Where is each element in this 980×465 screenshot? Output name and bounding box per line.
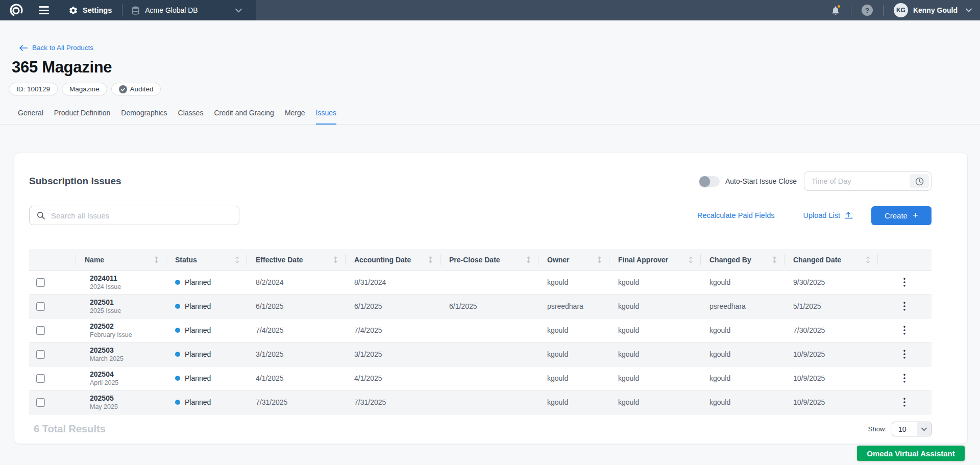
row-checkbox[interactable] <box>36 326 45 335</box>
tab-issues[interactable]: Issues <box>316 109 336 125</box>
column-header-accounting-date[interactable]: Accounting Date <box>345 249 440 270</box>
row-checkbox[interactable] <box>36 398 45 407</box>
hamburger-menu-icon[interactable] <box>39 6 49 14</box>
table-row: 20240112024 IssuePlanned8/2/20248/31/202… <box>29 271 932 295</box>
column-header-owner[interactable]: Owner <box>538 249 609 270</box>
search-input[interactable] <box>29 206 239 225</box>
clock-icon[interactable] <box>910 174 929 188</box>
tab-general[interactable]: General <box>18 109 43 124</box>
column-header-name[interactable]: Name <box>76 249 166 270</box>
topbar-divider <box>883 5 884 16</box>
column-header-status[interactable]: Status <box>166 249 247 270</box>
issue-subtitle: February issue <box>90 331 132 338</box>
row-checkbox[interactable] <box>36 278 45 287</box>
accounting-date-cell: 7/31/2025 <box>345 390 440 414</box>
user-menu[interactable]: KG Kenny Gould <box>894 3 972 17</box>
changed-date-cell: 5/1/2025 <box>784 295 877 318</box>
status-dot-icon <box>175 304 180 309</box>
sort-icon[interactable] <box>866 256 870 263</box>
changed-date-cell: 10/9/2025 <box>784 342 877 366</box>
sort-icon[interactable] <box>526 256 531 263</box>
changed-by-cell: kgould <box>700 271 784 294</box>
topbar-divider <box>851 5 851 16</box>
page-title: 365 Magazine <box>12 58 980 77</box>
column-header-pre-close-date[interactable]: Pre-Close Date <box>440 249 538 270</box>
tabs: GeneralProduct DefinitionDemographicsCla… <box>0 109 980 125</box>
recalculate-paid-fields-link[interactable]: Recalculate Paid Fields <box>697 211 775 219</box>
column-header-final-approver[interactable]: Final Approver <box>609 249 700 270</box>
row-actions-menu[interactable] <box>899 348 910 361</box>
owner-cell: kgould <box>538 342 609 366</box>
row-actions-menu[interactable] <box>899 300 910 313</box>
changed-by-cell: kgould <box>700 319 784 342</box>
avatar: KG <box>894 3 908 17</box>
settings-nav[interactable]: Settings <box>68 6 112 15</box>
row-actions-menu[interactable] <box>899 372 910 385</box>
accounting-date-cell: 6/1/2025 <box>345 295 440 318</box>
table-row: 202502February issuePlanned7/4/20257/4/2… <box>29 319 932 342</box>
sort-icon[interactable] <box>597 256 602 263</box>
column-header-changed-by[interactable]: Changed By <box>700 249 784 270</box>
database-selector[interactable]: Acme Global DB <box>132 6 241 15</box>
sort-icon[interactable] <box>428 256 433 263</box>
column-header-effective-date[interactable]: Effective Date <box>247 249 345 270</box>
sort-icon[interactable] <box>154 256 159 263</box>
issue-subtitle: March 2025 <box>90 355 124 362</box>
issue-name: 202505 <box>90 394 114 402</box>
sort-icon[interactable] <box>235 256 239 263</box>
tab-demographics[interactable]: Demographics <box>121 109 167 124</box>
issue-name: 202504 <box>90 370 114 378</box>
status-cell: Planned <box>166 390 247 414</box>
final-approver-cell: kgould <box>609 366 700 390</box>
final-approver-cell: kgould <box>609 295 700 318</box>
help-icon[interactable]: ? <box>862 5 873 16</box>
notifications-bell-icon[interactable] <box>830 5 841 16</box>
row-checkbox[interactable] <box>36 302 45 311</box>
changed-by-cell: kgould <box>700 390 784 414</box>
table-header: NameStatusEffective DateAccounting DateP… <box>29 249 932 271</box>
changed-by-cell: kgould <box>700 342 784 366</box>
pre-close-date-cell <box>440 390 538 414</box>
page-size-select[interactable]: 10 <box>892 422 932 436</box>
row-checkbox[interactable] <box>36 374 45 383</box>
table-row: 202504April 2025Planned4/1/20254/1/2025k… <box>29 366 932 390</box>
effective-date-cell: 4/1/2025 <box>247 366 345 390</box>
sort-icon[interactable] <box>333 256 338 263</box>
issues-table-body: 20240112024 IssuePlanned8/2/20248/31/202… <box>29 271 932 414</box>
row-actions-menu[interactable] <box>899 276 910 289</box>
badge-magazine: Magazine <box>62 83 107 95</box>
database-name: Acme Global DB <box>145 6 198 14</box>
issue-subtitle: 2024 Issue <box>90 283 121 290</box>
sort-icon[interactable] <box>689 256 693 263</box>
issue-name: 202501 <box>90 298 114 306</box>
row-checkbox[interactable] <box>36 350 45 359</box>
changed-date-cell: 10/9/2025 <box>784 366 877 390</box>
kebab-menu-icon <box>903 278 905 287</box>
database-icon <box>132 6 139 15</box>
row-actions-menu[interactable] <box>899 396 910 409</box>
auto-start-toggle[interactable] <box>699 176 720 187</box>
row-actions-menu[interactable] <box>899 324 910 337</box>
create-button[interactable]: Create + <box>871 206 932 225</box>
tab-classes[interactable]: Classes <box>178 109 204 124</box>
accounting-date-cell: 3/1/2025 <box>345 342 440 366</box>
tab-product-definition[interactable]: Product Definition <box>54 109 111 124</box>
sort-icon[interactable] <box>772 256 777 263</box>
top-navigation-bar: Settings Acme Global DB ? KG Kenny Gould <box>0 0 980 20</box>
omeda-virtual-assistant-button[interactable]: Omeda Virtual Assistant <box>857 446 965 461</box>
status-dot-icon <box>175 376 180 381</box>
omeda-logo-icon <box>8 2 24 18</box>
pre-close-date-cell <box>440 342 538 366</box>
effective-date-cell: 6/1/2025 <box>247 295 345 318</box>
topbar-divider <box>122 4 122 16</box>
auto-start-label: Auto-Start Issue Close <box>725 177 797 185</box>
column-header-changed-date[interactable]: Changed Date <box>784 249 877 270</box>
tab-credit-and-gracing[interactable]: Credit and Gracing <box>214 109 274 124</box>
kebab-menu-icon <box>903 350 905 359</box>
upload-icon <box>844 211 853 219</box>
upload-list-link[interactable]: Upload List <box>803 211 853 219</box>
pre-close-date-cell <box>440 271 538 294</box>
back-link[interactable]: Back to All Products <box>19 44 93 52</box>
tab-merge[interactable]: Merge <box>285 109 305 124</box>
gear-icon <box>68 6 78 15</box>
